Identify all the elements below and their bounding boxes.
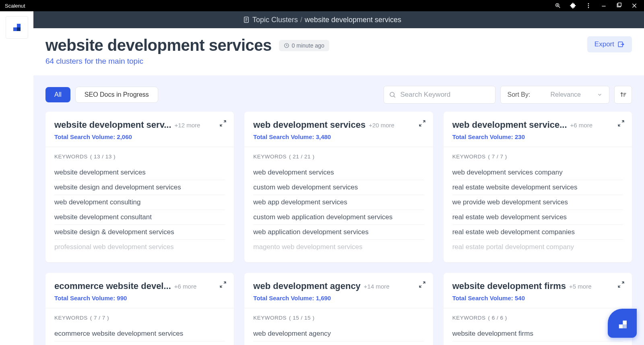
search-icon bbox=[389, 91, 396, 98]
cluster-title[interactable]: website development firms bbox=[452, 281, 566, 291]
keywords-count: ( 13 / 13 ) bbox=[90, 154, 116, 160]
cluster-title[interactable]: ecommerce website devel... bbox=[54, 281, 171, 291]
keyword-item[interactable]: real estate website development services bbox=[452, 180, 623, 195]
keyword-item[interactable]: real estate portal development company bbox=[452, 240, 623, 254]
export-button-label: Export bbox=[594, 40, 614, 48]
extensions-icon[interactable] bbox=[570, 2, 576, 9]
cluster-card: ecommerce website devel... +6 more Total… bbox=[45, 273, 234, 345]
keyword-item[interactable]: we provide web development services bbox=[452, 195, 623, 210]
keyword-item[interactable]: custom web development services bbox=[253, 180, 424, 195]
export-icon bbox=[617, 41, 625, 48]
svg-point-4 bbox=[588, 3, 589, 4]
more-count: +6 more bbox=[570, 122, 592, 129]
keyword-list: web development services companyreal est… bbox=[452, 165, 623, 254]
breadcrumb-current: website development services bbox=[305, 16, 401, 24]
cluster-title[interactable]: web development agency bbox=[253, 281, 361, 291]
keyword-list: website development firms bbox=[452, 326, 623, 341]
keyword-item[interactable]: web app development services bbox=[253, 195, 424, 210]
keyword-item[interactable]: website development firms bbox=[452, 326, 623, 341]
keywords-header: KEYWORDS( 7 / 7 ) bbox=[54, 315, 225, 321]
cluster-card: website development serv... +12 more Tot… bbox=[45, 112, 234, 262]
keyword-item[interactable]: website development services bbox=[54, 165, 225, 180]
cluster-title[interactable]: website development serv... bbox=[54, 120, 171, 130]
clock-icon bbox=[284, 43, 289, 48]
more-count: +12 more bbox=[175, 122, 200, 129]
keywords-header: KEYWORDS( 21 / 21 ) bbox=[253, 154, 424, 160]
keyword-item[interactable]: real estate web development services bbox=[452, 210, 623, 225]
search-volume: Total Search Volume: 990 bbox=[54, 295, 225, 301]
svg-rect-13 bbox=[17, 24, 21, 27]
breadcrumb-root[interactable]: Topic Clusters bbox=[252, 16, 298, 24]
keyword-item[interactable]: real estate web development companies bbox=[452, 225, 623, 240]
cluster-card: web development agency +14 more Total Se… bbox=[244, 273, 433, 345]
filter-all-button[interactable]: All bbox=[45, 87, 70, 102]
close-icon[interactable] bbox=[631, 2, 638, 9]
keyword-item[interactable]: web development services company bbox=[452, 165, 623, 180]
page-title: website development services bbox=[45, 36, 272, 54]
keyword-item[interactable]: website design and development services bbox=[54, 180, 225, 195]
keyword-list: website development serviceswebsite desi… bbox=[54, 165, 225, 254]
keywords-header: KEYWORDS( 13 / 13 ) bbox=[54, 154, 225, 160]
keyword-item[interactable]: magento web development services bbox=[253, 240, 424, 254]
search-volume: Total Search Volume: 2,060 bbox=[54, 133, 225, 140]
tab-title: Scalenut bbox=[2, 3, 28, 9]
cluster-card: web development services +20 more Total … bbox=[244, 112, 433, 262]
minimize-icon[interactable] bbox=[601, 2, 607, 9]
expand-icon[interactable] bbox=[419, 281, 426, 288]
export-button[interactable]: Export bbox=[587, 36, 632, 52]
svg-rect-41 bbox=[623, 320, 627, 324]
time-chip-label: 0 minute ago bbox=[292, 42, 324, 49]
scalenut-logo-icon bbox=[617, 318, 630, 331]
expand-icon[interactable] bbox=[617, 120, 625, 127]
search-volume: Total Search Volume: 1,690 bbox=[253, 295, 424, 301]
filter-progress-button[interactable]: SEO Docs in Progress bbox=[75, 87, 158, 103]
search-box[interactable] bbox=[384, 86, 495, 104]
keyword-item[interactable]: custom web application development servi… bbox=[253, 210, 424, 225]
keyword-item[interactable]: web development consulting bbox=[54, 195, 225, 210]
svg-rect-9 bbox=[618, 3, 621, 6]
search-input[interactable] bbox=[400, 91, 490, 98]
keyword-item[interactable]: website design & development services bbox=[54, 225, 225, 240]
keyword-item[interactable]: ecommerce website development services bbox=[54, 326, 225, 341]
keyword-item[interactable]: web development agency bbox=[253, 326, 424, 341]
page-subtitle: 64 clusters for the main topic bbox=[45, 57, 329, 66]
more-count: +14 more bbox=[364, 283, 390, 290]
chevron-down-icon bbox=[597, 92, 603, 98]
cluster-title[interactable]: web development service... bbox=[452, 120, 567, 130]
cluster-card: web development service... +6 more Total… bbox=[444, 112, 632, 262]
keyword-item[interactable]: professional web development services bbox=[54, 240, 225, 254]
keyword-item[interactable]: web application development services bbox=[253, 225, 424, 240]
sortby-select[interactable]: Sort By: Relevance bbox=[500, 86, 609, 104]
keywords-count: ( 21 / 21 ) bbox=[289, 154, 314, 160]
cluster-title[interactable]: web development services bbox=[253, 120, 365, 130]
search-volume: Total Search Volume: 230 bbox=[452, 133, 623, 140]
sort-icon bbox=[619, 91, 627, 99]
keyword-item[interactable]: website development consultant bbox=[54, 210, 225, 225]
app-logo[interactable] bbox=[6, 16, 28, 39]
keywords-header: KEYWORDS( 6 / 6 ) bbox=[452, 315, 623, 321]
menu-dots-icon[interactable] bbox=[585, 2, 592, 9]
svg-rect-40 bbox=[619, 324, 623, 328]
keywords-header: KEYWORDS( 7 / 7 ) bbox=[452, 154, 623, 160]
sortby-value: Relevance bbox=[550, 91, 581, 98]
expand-icon[interactable] bbox=[419, 120, 426, 127]
keywords-count: ( 7 / 7 ) bbox=[488, 154, 507, 160]
sort-direction-button[interactable] bbox=[614, 86, 632, 104]
time-chip: 0 minute ago bbox=[279, 40, 329, 51]
svg-rect-14 bbox=[17, 27, 21, 31]
keywords-count: ( 6 / 6 ) bbox=[488, 315, 507, 321]
sidebar bbox=[0, 11, 33, 345]
keywords-count: ( 7 / 7 ) bbox=[90, 315, 109, 321]
expand-icon[interactable] bbox=[219, 281, 227, 288]
chat-fab[interactable] bbox=[608, 309, 637, 338]
maximize-icon[interactable] bbox=[616, 2, 622, 9]
keywords-count: ( 15 / 15 ) bbox=[289, 315, 314, 321]
zoom-icon[interactable] bbox=[555, 2, 561, 9]
svg-rect-42 bbox=[623, 324, 627, 328]
expand-icon[interactable] bbox=[617, 281, 625, 288]
keyword-item[interactable]: web development services bbox=[253, 165, 424, 180]
expand-icon[interactable] bbox=[219, 120, 227, 127]
more-count: +5 more bbox=[569, 283, 591, 290]
svg-rect-12 bbox=[13, 27, 17, 31]
page-header: website development services 0 minute ag… bbox=[33, 28, 644, 75]
